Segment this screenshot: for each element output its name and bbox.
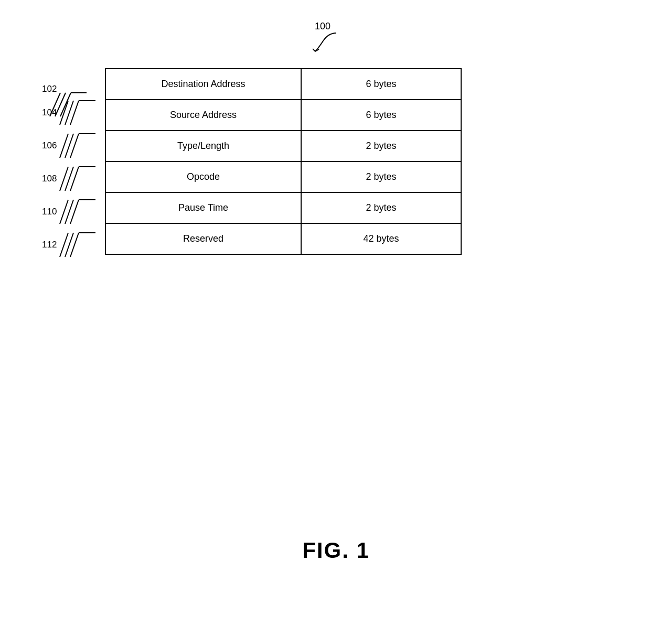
field-name-0: Destination Address <box>105 69 301 100</box>
field-size-3: 2 bytes <box>301 161 461 192</box>
field-name-1: Source Address <box>105 100 301 131</box>
ref-label-106: 106 <box>42 133 95 159</box>
field-size-4: 2 bytes <box>301 192 461 223</box>
table-row: Pause Time2 bytes <box>105 192 461 223</box>
ref-label-108: 108 <box>42 166 95 192</box>
svg-line-6 <box>60 101 68 125</box>
table-row: Reserved42 bytes <box>105 223 461 254</box>
field-size-2: 2 bytes <box>301 131 461 161</box>
svg-line-18 <box>60 200 68 224</box>
ref-label-110: 110 <box>42 199 95 225</box>
page-container: 100 102 Destination Address <box>0 0 672 626</box>
svg-line-12 <box>70 134 79 158</box>
diagram-area: 102 Destination Address6 bytesSource Add… <box>42 68 462 255</box>
svg-line-7 <box>65 101 73 125</box>
field-name-2: Type/Length <box>105 131 301 161</box>
svg-line-24 <box>70 233 79 257</box>
field-name-4: Pause Time <box>105 192 301 223</box>
field-size-5: 42 bytes <box>301 223 461 254</box>
svg-line-16 <box>70 167 79 191</box>
table-row: Source Address6 bytes <box>105 100 461 131</box>
svg-line-19 <box>65 200 73 224</box>
field-name-3: Opcode <box>105 161 301 192</box>
svg-line-10 <box>60 134 68 158</box>
svg-line-23 <box>65 233 73 257</box>
table-row: Opcode2 bytes <box>105 161 461 192</box>
ref-label-112: 112 <box>42 232 95 258</box>
arrow-100-indicator <box>313 30 344 56</box>
svg-line-22 <box>60 233 68 257</box>
svg-line-11 <box>65 134 73 158</box>
svg-line-20 <box>70 200 79 224</box>
svg-line-14 <box>60 167 68 191</box>
svg-line-15 <box>65 167 73 191</box>
svg-line-8 <box>70 101 79 125</box>
table-row: Type/Length2 bytes <box>105 131 461 161</box>
svg-line-0 <box>313 49 315 51</box>
field-name-5: Reserved <box>105 223 301 254</box>
field-size-1: 6 bytes <box>301 100 461 131</box>
figure-caption: FIG. 1 <box>302 538 370 563</box>
field-size-0: 6 bytes <box>301 69 461 100</box>
packet-table: Destination Address6 bytesSource Address… <box>105 68 462 255</box>
ref-label-104: 104 <box>42 100 95 126</box>
table-row: Destination Address6 bytes <box>105 69 461 100</box>
